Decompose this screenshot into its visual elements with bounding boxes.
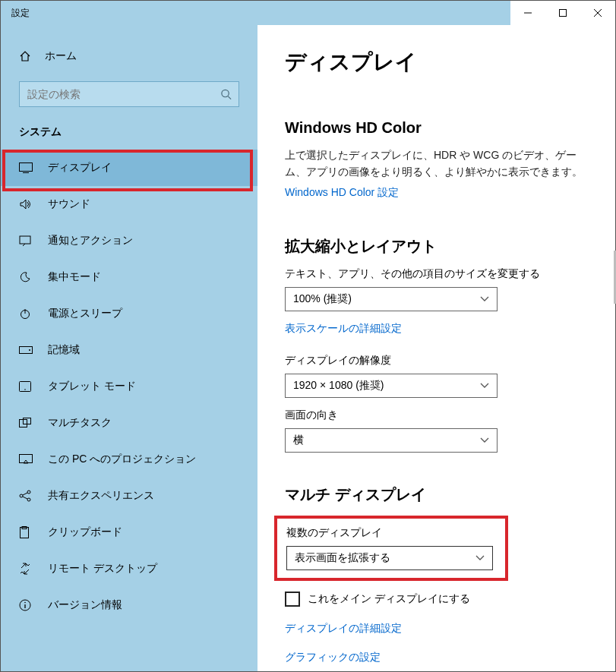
sidebar-item-power[interactable]: 電源とスリープ — [1, 295, 257, 332]
display-advanced-link[interactable]: ディスプレイの詳細設定 — [285, 622, 402, 636]
hd-desc: 上で選択したディスプレイに、HDR や WCG のビデオ、ゲーム、アプリの画像を… — [285, 147, 588, 180]
svg-rect-11 — [20, 455, 33, 463]
sidebar-item-label: クリップボード — [48, 525, 122, 539]
sidebar-item-projection[interactable]: この PC へのプロジェクション — [1, 441, 257, 478]
sidebar-item-about[interactable]: バージョン情報 — [1, 587, 257, 623]
sidebar-item-label: リモート デスクトップ — [48, 562, 157, 576]
moon-icon — [19, 271, 34, 283]
orientation-select[interactable]: 横 — [285, 428, 498, 453]
graphics-link[interactable]: グラフィックの設定 — [285, 651, 381, 664]
svg-point-8 — [24, 389, 26, 390]
multitask-icon — [19, 418, 34, 428]
sound-icon — [19, 198, 34, 210]
text-size-value: 100% (推奨) — [293, 292, 352, 306]
checkbox-icon — [285, 592, 300, 607]
home-icon — [19, 50, 34, 62]
multi-display-select[interactable]: 表示画面を拡張する — [286, 546, 493, 570]
sidebar-item-notifications[interactable]: 通知とアクション — [1, 222, 257, 259]
orientation-label: 画面の向き — [285, 409, 588, 422]
chevron-down-icon — [475, 555, 485, 561]
orientation-value: 横 — [293, 434, 304, 447]
home-button[interactable]: ホーム — [1, 42, 257, 71]
sidebar-nav: ディスプレイ サウンド 通知とアクション 集中モード 電源とスリープ — [1, 150, 257, 623]
titlebar: 設定 — [1, 1, 615, 25]
chevron-down-icon — [480, 437, 489, 443]
multi-label: 複数のディスプレイ — [286, 526, 496, 540]
sidebar-item-label: マルチタスク — [48, 416, 112, 430]
remote-icon — [19, 563, 34, 575]
sidebar-item-label: 記憶域 — [48, 343, 80, 357]
sidebar-item-shared[interactable]: 共有エクスペリエンス — [1, 478, 257, 514]
clipboard-icon — [19, 526, 34, 538]
svg-point-14 — [27, 498, 30, 501]
svg-point-18 — [24, 602, 26, 604]
maximize-button[interactable] — [545, 1, 580, 25]
multi-display-section: マルチ ディスプレイ 複数のディスプレイ 表示画面を拡張する これをメイン ディ… — [285, 484, 588, 669]
sidebar-item-label: 通知とアクション — [48, 234, 133, 248]
multi-heading: マルチ ディスプレイ — [285, 484, 588, 505]
scale-section: 拡大縮小とレイアウト テキスト、アプリ、その他の項目のサイズを変更する 100%… — [285, 236, 588, 453]
svg-point-13 — [27, 491, 30, 494]
chevron-down-icon — [480, 383, 489, 389]
info-icon — [19, 599, 34, 611]
sidebar-item-display[interactable]: ディスプレイ — [1, 150, 257, 186]
sidebar-item-label: 集中モード — [48, 270, 101, 284]
sidebar-item-remote[interactable]: リモート デスクトップ — [1, 551, 257, 587]
window-title: 設定 — [1, 7, 30, 20]
resolution-label: ディスプレイの解像度 — [285, 354, 588, 368]
multi-highlight-box: 複数のディスプレイ 表示画面を拡張する — [274, 516, 508, 581]
sidebar-item-storage[interactable]: 記憶域 — [1, 332, 257, 368]
sidebar-item-multitask[interactable]: マルチタスク — [1, 405, 257, 441]
resolution-value: 1920 × 1080 (推奨) — [293, 379, 384, 393]
svg-rect-3 — [20, 236, 30, 244]
svg-rect-0 — [560, 10, 567, 17]
sidebar-item-label: タブレット モード — [48, 380, 136, 393]
sidebar-item-sound[interactable]: サウンド — [1, 186, 257, 222]
notification-icon — [19, 235, 34, 247]
main-display-checkbox[interactable]: これをメイン ディスプレイにする — [285, 592, 588, 607]
hd-heading: Windows HD Color — [285, 119, 588, 137]
close-button[interactable] — [580, 1, 615, 25]
sidebar-item-label: ディスプレイ — [48, 161, 112, 175]
sidebar-item-label: この PC へのプロジェクション — [48, 453, 196, 466]
sidebar-item-label: 電源とスリープ — [48, 307, 122, 320]
projection-icon — [19, 454, 34, 465]
text-size-select[interactable]: 100% (推奨) — [285, 287, 498, 311]
checkbox-label: これをメイン ディスプレイにする — [308, 592, 470, 606]
home-label: ホーム — [45, 49, 77, 63]
hd-color-section: Windows HD Color 上で選択したディスプレイに、HDR や WCG… — [285, 119, 588, 204]
sidebar-category: システム — [1, 112, 257, 147]
page-title: ディスプレイ — [285, 48, 588, 77]
sidebar-item-label: サウンド — [48, 197, 90, 211]
multi-value: 表示画面を拡張する — [295, 551, 390, 565]
minimize-button[interactable] — [510, 1, 545, 25]
sidebar: ホーム システム ディスプレイ サウンド — [1, 25, 257, 671]
sidebar-item-tablet[interactable]: タブレット モード — [1, 368, 257, 405]
scale-heading: 拡大縮小とレイアウト — [285, 236, 588, 257]
storage-icon — [19, 346, 34, 354]
svg-point-12 — [20, 494, 23, 497]
display-icon — [19, 162, 34, 173]
hd-color-link[interactable]: Windows HD Color 設定 — [285, 186, 399, 200]
scale-advanced-link[interactable]: 表示スケールの詳細設定 — [285, 322, 402, 336]
power-icon — [19, 308, 34, 320]
chevron-down-icon — [480, 296, 489, 302]
svg-rect-2 — [20, 163, 33, 172]
search-input[interactable] — [19, 81, 239, 107]
sidebar-item-focus[interactable]: 集中モード — [1, 259, 257, 295]
resolution-select[interactable]: 1920 × 1080 (推奨) — [285, 374, 498, 398]
content-panel: ディスプレイ Windows HD Color 上で選択したディスプレイに、HD… — [257, 25, 615, 671]
sidebar-item-clipboard[interactable]: クリップボード — [1, 514, 257, 551]
svg-point-6 — [29, 349, 30, 351]
text-size-label: テキスト、アプリ、その他の項目のサイズを変更する — [285, 267, 588, 281]
sidebar-item-label: 共有エクスペリエンス — [48, 489, 154, 503]
sidebar-item-label: バージョン情報 — [48, 598, 122, 612]
tablet-icon — [19, 381, 34, 392]
share-icon — [19, 490, 34, 502]
